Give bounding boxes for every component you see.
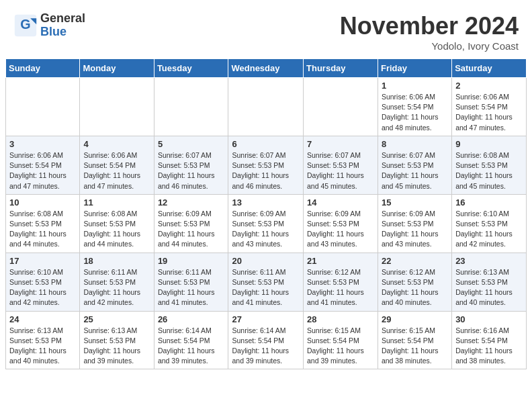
- calendar-cell: [304, 78, 378, 136]
- calendar-cell: 26Sunrise: 6:14 AM Sunset: 5:54 PM Dayli…: [154, 311, 228, 369]
- day-header-tuesday: Tuesday: [154, 59, 228, 78]
- day-number: 29: [382, 314, 448, 324]
- calendar-table: SundayMondayTuesdayWednesdayThursdayFrid…: [5, 58, 527, 369]
- day-number: 6: [232, 139, 300, 149]
- calendar-week-5: 24Sunrise: 6:13 AM Sunset: 5:53 PM Dayli…: [6, 311, 527, 369]
- calendar-cell: 17Sunrise: 6:10 AM Sunset: 5:53 PM Dayli…: [6, 253, 80, 311]
- calendar-cell: 16Sunrise: 6:10 AM Sunset: 5:53 PM Dayli…: [452, 194, 527, 253]
- day-info: Sunrise: 6:16 AM Sunset: 5:54 PM Dayligh…: [455, 326, 523, 367]
- calendar-cell: 30Sunrise: 6:16 AM Sunset: 5:54 PM Dayli…: [452, 311, 527, 369]
- day-number: 28: [307, 314, 374, 324]
- day-number: 21: [307, 256, 374, 266]
- day-info: Sunrise: 6:09 AM Sunset: 5:53 PM Dayligh…: [382, 209, 448, 250]
- day-number: 30: [455, 314, 523, 324]
- calendar-cell: 7Sunrise: 6:07 AM Sunset: 5:53 PM Daylig…: [304, 136, 378, 194]
- day-info: Sunrise: 6:15 AM Sunset: 5:54 PM Dayligh…: [382, 326, 448, 367]
- day-number: 17: [9, 256, 76, 266]
- calendar-week-2: 3Sunrise: 6:06 AM Sunset: 5:54 PM Daylig…: [6, 136, 527, 194]
- title-section: November 2024 Yodolo, Ivory Coast: [340, 12, 519, 52]
- logo-icon: G: [13, 13, 38, 38]
- calendar-week-4: 17Sunrise: 6:10 AM Sunset: 5:53 PM Dayli…: [6, 253, 527, 311]
- day-info: Sunrise: 6:14 AM Sunset: 5:54 PM Dayligh…: [232, 326, 300, 367]
- logo-general: General: [40, 12, 85, 26]
- day-number: 13: [232, 197, 300, 208]
- calendar-cell: [228, 78, 304, 136]
- calendar-cell: [6, 78, 80, 136]
- day-info: Sunrise: 6:11 AM Sunset: 5:53 PM Dayligh…: [83, 267, 150, 308]
- calendar-cell: 29Sunrise: 6:15 AM Sunset: 5:54 PM Dayli…: [378, 311, 451, 369]
- day-info: Sunrise: 6:10 AM Sunset: 5:53 PM Dayligh…: [9, 267, 76, 308]
- day-info: Sunrise: 6:07 AM Sunset: 5:53 PM Dayligh…: [382, 150, 448, 191]
- day-info: Sunrise: 6:06 AM Sunset: 5:54 PM Dayligh…: [382, 92, 448, 133]
- calendar-cell: 20Sunrise: 6:11 AM Sunset: 5:53 PM Dayli…: [228, 253, 304, 311]
- calendar-cell: 12Sunrise: 6:09 AM Sunset: 5:53 PM Dayli…: [154, 194, 228, 253]
- day-number: 9: [455, 139, 523, 149]
- calendar-cell: 8Sunrise: 6:07 AM Sunset: 5:53 PM Daylig…: [378, 136, 451, 194]
- day-number: 14: [307, 197, 374, 208]
- calendar-body: 1Sunrise: 6:06 AM Sunset: 5:54 PM Daylig…: [6, 78, 527, 369]
- day-header-sunday: Sunday: [6, 59, 80, 78]
- calendar-cell: 15Sunrise: 6:09 AM Sunset: 5:53 PM Dayli…: [378, 194, 451, 253]
- day-number: 19: [158, 256, 225, 266]
- day-number: 1: [382, 81, 448, 91]
- calendar-cell: 10Sunrise: 6:08 AM Sunset: 5:53 PM Dayli…: [6, 194, 80, 253]
- day-header-saturday: Saturday: [452, 59, 527, 78]
- logo-blue: Blue: [40, 26, 85, 39]
- day-info: Sunrise: 6:09 AM Sunset: 5:53 PM Dayligh…: [158, 209, 225, 250]
- calendar-wrapper: SundayMondayTuesdayWednesdayThursdayFrid…: [0, 58, 532, 375]
- day-number: 15: [382, 197, 448, 208]
- day-info: Sunrise: 6:08 AM Sunset: 5:53 PM Dayligh…: [9, 209, 76, 250]
- day-number: 22: [382, 256, 448, 266]
- calendar-cell: 5Sunrise: 6:07 AM Sunset: 5:53 PM Daylig…: [154, 136, 228, 194]
- calendar-cell: 22Sunrise: 6:12 AM Sunset: 5:53 PM Dayli…: [378, 253, 451, 311]
- header-row: SundayMondayTuesdayWednesdayThursdayFrid…: [6, 59, 527, 78]
- calendar-cell: 23Sunrise: 6:13 AM Sunset: 5:53 PM Dayli…: [452, 253, 527, 311]
- day-info: Sunrise: 6:07 AM Sunset: 5:53 PM Dayligh…: [307, 150, 374, 191]
- day-number: 8: [382, 139, 448, 149]
- day-info: Sunrise: 6:06 AM Sunset: 5:54 PM Dayligh…: [9, 150, 76, 191]
- day-number: 16: [455, 197, 523, 208]
- day-info: Sunrise: 6:10 AM Sunset: 5:53 PM Dayligh…: [455, 209, 523, 250]
- calendar-cell: 18Sunrise: 6:11 AM Sunset: 5:53 PM Dayli…: [80, 253, 154, 311]
- calendar-cell: 1Sunrise: 6:06 AM Sunset: 5:54 PM Daylig…: [378, 78, 451, 136]
- calendar-cell: 21Sunrise: 6:12 AM Sunset: 5:53 PM Dayli…: [304, 253, 378, 311]
- month-title: November 2024: [340, 12, 519, 40]
- day-info: Sunrise: 6:08 AM Sunset: 5:53 PM Dayligh…: [455, 150, 523, 191]
- calendar-cell: 28Sunrise: 6:15 AM Sunset: 5:54 PM Dayli…: [304, 311, 378, 369]
- calendar-header: SundayMondayTuesdayWednesdayThursdayFrid…: [6, 59, 527, 78]
- day-number: 12: [158, 197, 225, 208]
- page-header: G General Blue November 2024 Yodolo, Ivo…: [0, 0, 532, 58]
- day-header-thursday: Thursday: [304, 59, 378, 78]
- day-info: Sunrise: 6:13 AM Sunset: 5:53 PM Dayligh…: [455, 267, 523, 308]
- day-number: 24: [9, 314, 76, 324]
- day-header-monday: Monday: [80, 59, 154, 78]
- day-number: 26: [158, 314, 225, 324]
- logo: G General Blue: [13, 12, 85, 39]
- svg-text:G: G: [20, 17, 30, 32]
- logo-text: General Blue: [40, 12, 85, 39]
- day-header-wednesday: Wednesday: [228, 59, 304, 78]
- calendar-cell: [80, 78, 154, 136]
- calendar-week-1: 1Sunrise: 6:06 AM Sunset: 5:54 PM Daylig…: [6, 78, 527, 136]
- calendar-week-3: 10Sunrise: 6:08 AM Sunset: 5:53 PM Dayli…: [6, 194, 527, 253]
- day-info: Sunrise: 6:06 AM Sunset: 5:54 PM Dayligh…: [83, 150, 150, 191]
- calendar-cell: 19Sunrise: 6:11 AM Sunset: 5:53 PM Dayli…: [154, 253, 228, 311]
- day-number: 27: [232, 314, 300, 324]
- location: Yodolo, Ivory Coast: [340, 40, 519, 52]
- calendar-cell: 14Sunrise: 6:09 AM Sunset: 5:53 PM Dayli…: [304, 194, 378, 253]
- day-number: 18: [83, 256, 150, 266]
- day-number: 5: [158, 139, 225, 149]
- day-info: Sunrise: 6:06 AM Sunset: 5:54 PM Dayligh…: [455, 92, 523, 133]
- day-number: 11: [83, 197, 150, 208]
- day-info: Sunrise: 6:15 AM Sunset: 5:54 PM Dayligh…: [307, 326, 374, 367]
- calendar-cell: 24Sunrise: 6:13 AM Sunset: 5:53 PM Dayli…: [6, 311, 80, 369]
- calendar-cell: 3Sunrise: 6:06 AM Sunset: 5:54 PM Daylig…: [6, 136, 80, 194]
- day-info: Sunrise: 6:11 AM Sunset: 5:53 PM Dayligh…: [232, 267, 300, 308]
- calendar-cell: 2Sunrise: 6:06 AM Sunset: 5:54 PM Daylig…: [452, 78, 527, 136]
- day-info: Sunrise: 6:13 AM Sunset: 5:53 PM Dayligh…: [9, 326, 76, 367]
- calendar-cell: 6Sunrise: 6:07 AM Sunset: 5:53 PM Daylig…: [228, 136, 304, 194]
- calendar-cell: 25Sunrise: 6:13 AM Sunset: 5:53 PM Dayli…: [80, 311, 154, 369]
- day-info: Sunrise: 6:07 AM Sunset: 5:53 PM Dayligh…: [232, 150, 300, 191]
- day-number: 25: [83, 314, 150, 324]
- calendar-cell: 9Sunrise: 6:08 AM Sunset: 5:53 PM Daylig…: [452, 136, 527, 194]
